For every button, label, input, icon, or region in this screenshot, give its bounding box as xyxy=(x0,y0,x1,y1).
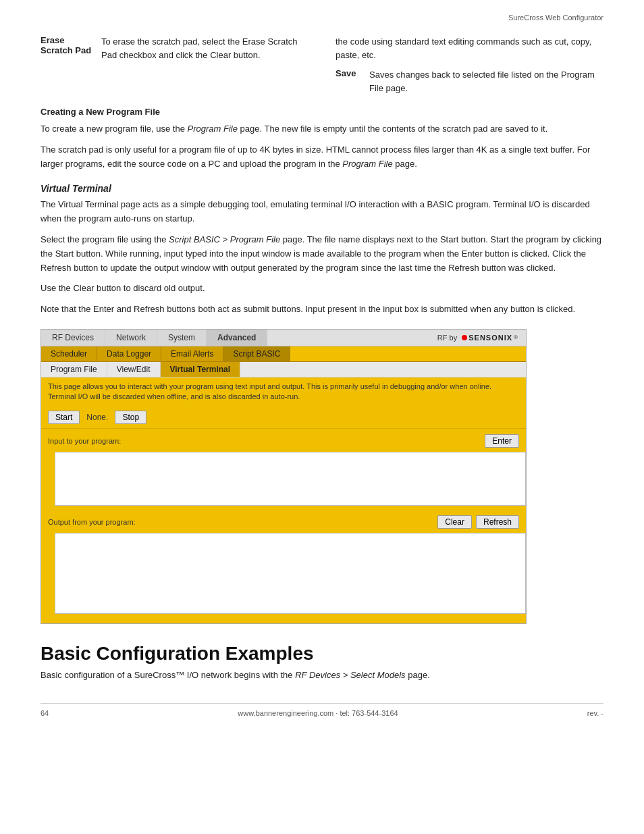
nav-brand: RF by SENSONIX ® xyxy=(429,330,526,346)
sub-tab-datalogger[interactable]: Data Logger xyxy=(97,346,161,361)
ui-info-bar: This page allows you to interact with yo… xyxy=(41,377,526,407)
footer-rev: rev. - xyxy=(587,709,603,717)
rf-logo-dot xyxy=(462,335,467,340)
output-textarea xyxy=(55,533,526,614)
enter-button[interactable]: Enter xyxy=(485,434,519,448)
vt-para3: Use the Clear button to discard old outp… xyxy=(41,282,603,296)
virtual-terminal-title: Virtual Terminal xyxy=(41,183,603,194)
nav-tab-network[interactable]: Network xyxy=(105,330,157,346)
refresh-button[interactable]: Refresh xyxy=(476,515,519,529)
nav-tab-advanced[interactable]: Advanced xyxy=(207,330,267,346)
nav-tab-system[interactable]: System xyxy=(157,330,207,346)
sub2-tab-programfile[interactable]: Program File xyxy=(41,362,107,377)
footer: 64 www.bannerengineering.com · tel: 763-… xyxy=(41,703,603,717)
input-label: Input to your program: xyxy=(48,437,121,445)
sub-tab-email[interactable]: Email Alerts xyxy=(161,346,223,361)
top-nav: RF Devices Network System Advanced RF by… xyxy=(41,330,526,346)
erase-label: Erase xyxy=(41,35,95,45)
nav-tab-rf-devices[interactable]: RF Devices xyxy=(41,330,105,346)
input-textarea[interactable] xyxy=(55,452,526,506)
sub2-tab-viewedit[interactable]: View/Edit xyxy=(107,362,161,377)
ui-controls-row: Start None. Stop xyxy=(41,407,526,429)
output-label: Output from your program: xyxy=(48,518,136,526)
stop-button[interactable]: Stop xyxy=(115,411,146,424)
big-section-title: Basic Configuration Examples xyxy=(41,643,603,664)
output-section: Output from your program: Clear Refresh xyxy=(41,510,526,618)
vt-para2: Select the program file using the Script… xyxy=(41,233,603,275)
scratch-pad-label: Scratch Pad xyxy=(41,45,95,55)
vt-para1: The Virtual Terminal page acts as a simp… xyxy=(41,198,603,226)
sub-tab-scheduler[interactable]: Scheduler xyxy=(41,346,97,361)
sub-nav: Scheduler Data Logger Email Alerts Scrip… xyxy=(41,346,526,362)
vt-para4: Note that the Enter and Refresh buttons … xyxy=(41,303,603,317)
ui-screenshot: RF Devices Network System Advanced RF by… xyxy=(41,329,527,624)
save-label: Save xyxy=(336,68,363,95)
creating-heading: Creating a New Program File xyxy=(41,107,603,117)
big-section-desc: Basic configuration of a SureCross™ I/O … xyxy=(41,669,603,683)
sub-nav2: Program File View/Edit Virtual Terminal xyxy=(41,362,526,377)
input-section: Input to your program: Enter xyxy=(41,429,526,510)
header-brand: SureCross Web Configurator xyxy=(41,14,603,22)
output-buttons: Clear Refresh xyxy=(437,515,519,529)
creating-para1: To create a new program file, use the Pr… xyxy=(41,122,603,136)
footer-page-num: 64 xyxy=(41,709,49,717)
start-button[interactable]: Start xyxy=(48,411,80,424)
erase-desc2: the code using standard text editing com… xyxy=(336,35,603,61)
status-display: None. xyxy=(86,413,108,422)
save-desc: Saves changes back to selected file list… xyxy=(369,68,603,95)
creating-para2: The scratch pad is only useful for a pro… xyxy=(41,143,603,172)
nav-brand-name: SENSONIX xyxy=(468,334,512,342)
sub-tab-script[interactable]: Script BASIC xyxy=(223,346,290,361)
sub2-tab-virtualterminal[interactable]: Virtual Terminal xyxy=(161,362,241,377)
erase-desc: To erase the scratch pad, select the Era… xyxy=(101,35,308,61)
footer-website: www.bannerengineering.com · tel: 763-544… xyxy=(238,709,398,717)
clear-button[interactable]: Clear xyxy=(437,515,472,529)
